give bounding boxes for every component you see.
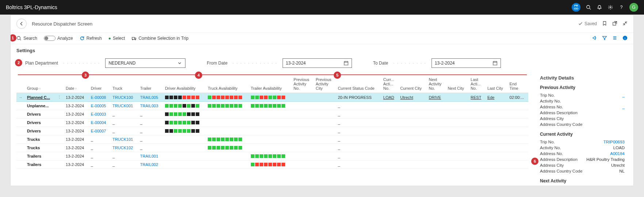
analyze-toggle[interactable]: Analyze <box>44 36 73 41</box>
col-next-city[interactable]: Next City <box>445 75 468 93</box>
filter-icon[interactable] <box>602 35 607 42</box>
row-menu-icon[interactable] <box>55 135 64 144</box>
cell-end-time <box>507 152 528 161</box>
cell-next-city <box>445 127 468 135</box>
col-curr-city[interactable]: Current City <box>398 75 426 93</box>
table-row[interactable]: Drivers 13-2-2024 E-00004 _ _ _ <box>16 119 528 127</box>
curr-trip-no-value[interactable]: TRIP00693 <box>603 140 625 144</box>
cell-trailer[interactable]: TRAIL002 <box>138 161 163 169</box>
popout-icon[interactable] <box>612 21 617 27</box>
table-row[interactable]: Drivers 13-2-2024 E-00007 _ _ _ <box>16 127 528 135</box>
table-row[interactable]: Drivers 13-2-2024 E-00003 _ _ _ <box>16 110 528 119</box>
combine-action[interactable]: Combine Selection in Trip <box>131 36 188 41</box>
col-prev-act-city[interactable]: Previous Activity City <box>314 75 336 93</box>
cell-curr-city[interactable]: Utrecht <box>398 93 426 102</box>
col-end-time[interactable]: End Time <box>507 75 528 93</box>
search-action[interactable]: Search <box>16 36 37 41</box>
row-menu-icon[interactable] <box>55 102 64 110</box>
curr-addr-no-value[interactable]: A00184 <box>610 151 625 156</box>
cell-next-act-no[interactable]: DRIVE <box>427 93 446 102</box>
gear-icon[interactable] <box>607 4 613 10</box>
info-icon[interactable]: i <box>622 35 628 42</box>
collapse-icon[interactable] <box>622 21 628 27</box>
help-icon[interactable]: ? <box>618 4 624 10</box>
toolbar: 1 Search Analyze Refresh ● Select Combin… <box>11 33 633 44</box>
table-row[interactable]: Trailers 13-2-2024 _ _ TRAIL002 _ <box>16 161 528 169</box>
plan-department-select[interactable]: NEDERLAND <box>105 58 185 68</box>
cell-curr-act-no <box>381 110 398 119</box>
col-truck-avail[interactable]: Truck Availability <box>206 75 248 93</box>
row-menu-icon[interactable] <box>55 127 64 135</box>
cell-trailer[interactable]: TRAIL001 <box>138 152 163 161</box>
col-next-act-no[interactable]: Next Activity No. <box>427 75 446 93</box>
select-action[interactable]: ● Select <box>108 36 125 41</box>
avatar[interactable]: G <box>629 3 638 12</box>
cell-next-act-no <box>427 119 446 127</box>
cell-last-city[interactable]: Ede <box>485 93 507 102</box>
current-activity-heading: Current Activity <box>540 132 625 137</box>
row-menu-icon[interactable] <box>55 119 64 127</box>
cell-driver[interactable]: E-00003 <box>89 110 110 119</box>
table-row[interactable]: Trucks 13-2-2024 _ TRUCK102 _ _ <box>16 144 528 152</box>
cell-trailer-avail <box>249 110 291 119</box>
cell-truck[interactable]: TRUCK100 <box>110 93 138 102</box>
refresh-action[interactable]: Refresh <box>80 36 102 41</box>
cell-truck[interactable]: TRUCK101 <box>110 135 138 144</box>
col-trailer-avail[interactable]: Trailer Availability <box>249 75 291 93</box>
cell-curr-act-no <box>381 161 398 169</box>
table-row[interactable]: → Planned C... ⋮ 13-2-2024 E-00008 TRUCK… <box>16 93 528 102</box>
share-icon[interactable] <box>592 35 597 42</box>
cell-curr-city <box>398 152 426 161</box>
cell-driver[interactable]: E-00008 <box>89 93 110 102</box>
analyze-toggle-switch[interactable] <box>44 36 55 41</box>
to-date-input[interactable]: 13-2-2024 <box>432 58 501 68</box>
svg-rect-19 <box>493 62 497 65</box>
from-date-input[interactable]: 13-2-2024 <box>283 58 352 68</box>
row-menu-icon[interactable] <box>55 110 64 119</box>
cell-next-city <box>445 152 468 161</box>
table-row[interactable]: Trailers 13-2-2024 _ _ TRAIL001 _ <box>16 152 528 161</box>
col-status[interactable]: Current Status Code <box>336 75 381 93</box>
prev-addr-no-value[interactable]: _ <box>622 105 625 109</box>
row-menu-icon[interactable] <box>55 152 64 161</box>
col-last-city[interactable]: Last City <box>485 75 507 93</box>
row-menu-icon[interactable]: ⋮ <box>55 93 64 102</box>
cell-prev-act-city <box>314 119 336 127</box>
col-last-act-no[interactable]: Last Acti... No. <box>468 75 485 93</box>
col-truck[interactable]: Truck <box>110 75 138 93</box>
bell-icon[interactable] <box>597 4 602 10</box>
cell-truck[interactable]: TRUCK001 <box>110 102 138 110</box>
cell-driver[interactable]: E-00005 <box>89 102 110 110</box>
col-trailer[interactable]: Trailer <box>138 75 163 93</box>
list-icon[interactable] <box>612 35 617 42</box>
col-group[interactable]: Group <box>25 75 55 93</box>
col-driver[interactable]: Driver <box>89 75 110 93</box>
app-title: Boltrics 3PL-Dynamics <box>6 4 57 10</box>
bookmark-icon[interactable] <box>602 21 607 27</box>
next-activity-heading: Next Activity <box>540 178 625 184</box>
callout-5: 5 <box>334 72 341 79</box>
select-label: Select <box>113 36 125 41</box>
search-icon[interactable] <box>586 4 591 10</box>
back-button[interactable] <box>16 19 27 29</box>
cell-trailer[interactable]: TRAIL003 <box>138 102 163 110</box>
col-prev-act-no[interactable]: Previous Activity No. <box>291 75 314 93</box>
cell-driver[interactable]: E-00007 <box>89 127 110 135</box>
cell-truck[interactable]: TRUCK102 <box>110 144 138 152</box>
prev-trip-no-value[interactable]: _ <box>622 93 625 97</box>
calendar-icon <box>492 61 498 66</box>
cell-status: 20-IN PROGRESS <box>336 93 381 102</box>
table-row[interactable]: Unplanne... 13-2-2024 E-00005 TRUCK001 T… <box>16 102 528 110</box>
col-curr-act-no[interactable]: Curr... Acti... No. <box>381 75 398 93</box>
cell-last-act-no <box>468 144 485 152</box>
row-menu-icon[interactable] <box>55 161 64 169</box>
cell-last-act-no[interactable]: REST <box>468 93 485 102</box>
cell-trailer[interactable]: TRAIL005 <box>138 93 163 102</box>
row-menu-icon[interactable] <box>55 144 64 152</box>
cell-last-act-no <box>468 161 485 169</box>
cell-trailer: _ <box>138 119 163 127</box>
table-row[interactable]: Trucks 13-2-2024 _ TRUCK101 _ _ <box>16 135 528 144</box>
cell-driver[interactable]: E-00004 <box>89 119 110 127</box>
cell-curr-act-no[interactable]: LOAD <box>381 93 398 102</box>
cell-last-city <box>485 127 507 135</box>
